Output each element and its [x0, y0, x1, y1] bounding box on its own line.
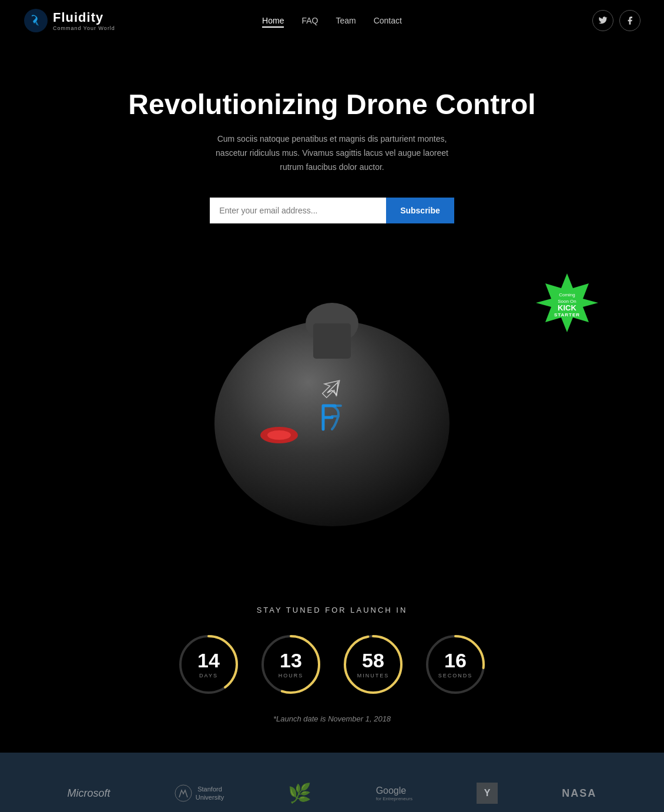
drone-image — [185, 265, 479, 570]
drone-svg — [185, 265, 479, 570]
nav-faq[interactable]: FAQ — [301, 16, 318, 25]
ycombinator-logo: Y — [477, 783, 498, 804]
kickstarter-badge: Coming Soon On KICK STARTER — [535, 270, 593, 329]
minutes-value: 58 — [357, 650, 390, 670]
seconds-circle: 16 SECONDS — [423, 632, 488, 697]
logos-row-1: Microsoft StanfordUniversity 🌿 Google fo… — [35, 782, 629, 804]
hero-section: Revolutionizing Drone Control Cum sociis… — [0, 41, 664, 223]
svg-text:KICK: KICK — [558, 303, 576, 312]
countdown-title: STAY TUNED FOR LAUNCH IN — [24, 606, 640, 614]
nav-team[interactable]: Team — [336, 16, 356, 25]
nav-menu: Home FAQ Team Contact — [262, 15, 402, 26]
countdown-section: STAY TUNED FOR LAUNCH IN 14 DAYS — [0, 588, 664, 753]
leaf-logo: 🌿 — [288, 782, 311, 804]
days-value: 14 — [197, 650, 220, 670]
minutes-circle: 58 MINUTES — [341, 632, 405, 697]
countdown-circles: 14 DAYS 13 HOURS — [24, 632, 640, 697]
stanford-icon — [175, 784, 192, 802]
microsoft-logo: Microsoft — [68, 787, 110, 800]
logos-section: Microsoft StanfordUniversity 🌿 Google fo… — [0, 753, 664, 812]
nasa-logo: NASA — [562, 787, 596, 800]
twitter-icon — [598, 16, 608, 25]
facebook-button[interactable] — [619, 10, 640, 31]
logo-brand-name: Fluidity — [53, 10, 103, 25]
logo-icon — [24, 8, 48, 33]
days-circle: 14 DAYS — [176, 632, 241, 697]
google-logo: Google for Entrepreneurs — [376, 786, 413, 801]
facebook-icon — [625, 16, 635, 25]
launch-note: *Launch date is November 1, 2018 — [24, 714, 640, 723]
days-label: DAYS — [197, 673, 220, 679]
stanford-logo: StanfordUniversity — [175, 784, 224, 802]
hero-heading: Revolutionizing Drone Control — [24, 88, 640, 121]
twitter-button[interactable] — [592, 10, 613, 31]
minutes-label: MINUTES — [357, 673, 390, 679]
nav-contact[interactable]: Contact — [374, 16, 402, 25]
subscribe-button[interactable]: Subscribe — [386, 198, 454, 223]
hours-label: HOURS — [279, 673, 304, 679]
hours-circle: 13 HOURS — [259, 632, 323, 697]
svg-rect-3 — [313, 323, 351, 359]
seconds-label: SECONDS — [438, 673, 473, 679]
svg-point-5 — [267, 430, 291, 440]
subscribe-form: Subscribe — [24, 198, 640, 223]
logo-tagline: Command Your World — [53, 25, 115, 31]
nav-home[interactable]: Home — [262, 16, 284, 28]
drone-section: Coming Soon On KICK STARTER — [0, 247, 664, 588]
svg-text:STARTER: STARTER — [554, 312, 580, 318]
svg-text:Coming: Coming — [559, 292, 575, 298]
hours-value: 13 — [279, 650, 304, 670]
badge-svg: Coming Soon On KICK STARTER — [535, 270, 599, 335]
seconds-value: 16 — [438, 650, 473, 670]
navbar: Fluidity Command Your World Home FAQ Tea… — [0, 0, 664, 41]
hero-subtext: Cum sociis natoque penatibus et magnis d… — [206, 132, 458, 174]
email-input[interactable] — [210, 198, 386, 223]
logo[interactable]: Fluidity Command Your World — [24, 8, 115, 33]
social-icons — [592, 10, 640, 31]
